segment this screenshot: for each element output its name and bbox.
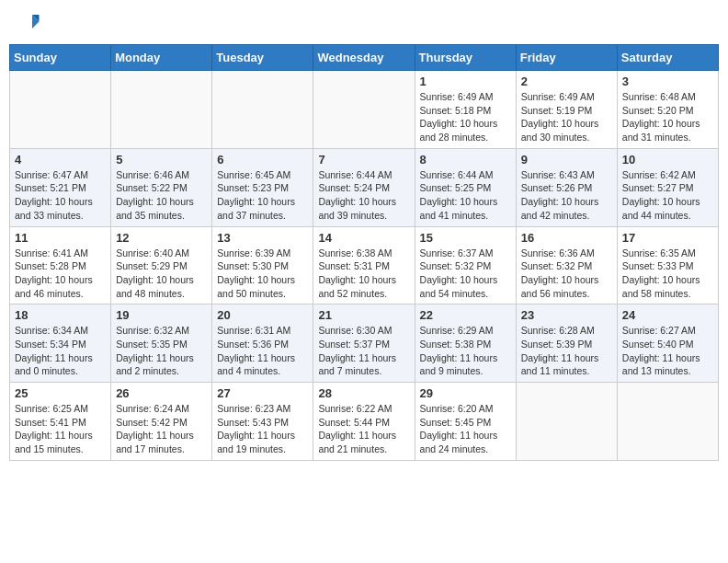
day-number: 1 xyxy=(420,75,511,88)
calendar-week-row: 4Sunrise: 6:47 AMSunset: 5:21 PMDaylight… xyxy=(10,148,719,226)
calendar-day-cell: 11Sunrise: 6:41 AMSunset: 5:28 PMDayligh… xyxy=(10,226,111,304)
calendar-day-cell: 26Sunrise: 6:24 AMSunset: 5:42 PMDayligh… xyxy=(111,383,212,461)
day-info: Sunrise: 6:42 AMSunset: 5:27 PMDaylight:… xyxy=(622,168,713,223)
day-number: 19 xyxy=(116,308,207,322)
day-number: 13 xyxy=(217,231,308,245)
calendar-day-cell: 1Sunrise: 6:49 AMSunset: 5:18 PMDaylight… xyxy=(415,71,516,149)
calendar-day-cell: 27Sunrise: 6:23 AMSunset: 5:43 PMDayligh… xyxy=(212,383,313,461)
day-number: 27 xyxy=(217,386,308,400)
weekday-header: Sunday xyxy=(10,45,111,71)
calendar-day-cell: 6Sunrise: 6:45 AMSunset: 5:23 PMDaylight… xyxy=(212,148,313,226)
day-info: Sunrise: 6:28 AMSunset: 5:39 PMDaylight:… xyxy=(521,324,612,378)
weekday-header: Thursday xyxy=(415,45,516,71)
day-info: Sunrise: 6:44 AMSunset: 5:25 PMDaylight:… xyxy=(420,168,511,223)
day-info: Sunrise: 6:40 AMSunset: 5:29 PMDaylight:… xyxy=(116,247,207,301)
logo-icon xyxy=(13,9,40,37)
calendar-day-cell: 28Sunrise: 6:22 AMSunset: 5:44 PMDayligh… xyxy=(313,383,415,461)
calendar-day-cell: 24Sunrise: 6:27 AMSunset: 5:40 PMDayligh… xyxy=(617,304,718,383)
calendar-day-cell xyxy=(111,71,212,149)
day-info: Sunrise: 6:47 AMSunset: 5:21 PMDaylight:… xyxy=(15,168,106,223)
day-number: 3 xyxy=(622,75,713,88)
calendar-day-cell: 9Sunrise: 6:43 AMSunset: 5:26 PMDaylight… xyxy=(516,148,617,226)
day-info: Sunrise: 6:20 AMSunset: 5:45 PMDaylight:… xyxy=(420,402,511,456)
day-info: Sunrise: 6:36 AMSunset: 5:32 PMDaylight:… xyxy=(521,247,612,301)
calendar-day-cell: 2Sunrise: 6:49 AMSunset: 5:19 PMDaylight… xyxy=(516,71,617,149)
weekday-header: Tuesday xyxy=(212,45,313,71)
calendar-day-cell: 17Sunrise: 6:35 AMSunset: 5:33 PMDayligh… xyxy=(617,226,718,304)
day-number: 24 xyxy=(622,308,713,322)
day-info: Sunrise: 6:23 AMSunset: 5:43 PMDaylight:… xyxy=(217,402,308,456)
day-number: 20 xyxy=(217,308,308,322)
calendar-day-cell: 8Sunrise: 6:44 AMSunset: 5:25 PMDaylight… xyxy=(415,148,516,226)
calendar-week-row: 11Sunrise: 6:41 AMSunset: 5:28 PMDayligh… xyxy=(10,226,719,304)
day-number: 18 xyxy=(15,308,106,322)
day-number: 12 xyxy=(116,231,207,245)
day-number: 9 xyxy=(521,153,612,167)
day-number: 2 xyxy=(521,75,612,88)
day-number: 21 xyxy=(318,308,409,322)
day-info: Sunrise: 6:44 AMSunset: 5:24 PMDaylight:… xyxy=(318,168,409,223)
calendar-day-cell: 19Sunrise: 6:32 AMSunset: 5:35 PMDayligh… xyxy=(111,304,212,383)
day-info: Sunrise: 6:48 AMSunset: 5:20 PMDaylight:… xyxy=(622,90,713,144)
day-info: Sunrise: 6:35 AMSunset: 5:33 PMDaylight:… xyxy=(622,247,713,301)
day-info: Sunrise: 6:46 AMSunset: 5:22 PMDaylight:… xyxy=(116,168,207,223)
calendar-day-cell: 15Sunrise: 6:37 AMSunset: 5:32 PMDayligh… xyxy=(415,226,516,304)
day-info: Sunrise: 6:37 AMSunset: 5:32 PMDaylight:… xyxy=(420,247,511,301)
day-info: Sunrise: 6:49 AMSunset: 5:18 PMDaylight:… xyxy=(420,90,511,144)
day-number: 5 xyxy=(116,153,207,167)
weekday-header: Wednesday xyxy=(313,45,415,71)
day-number: 25 xyxy=(15,386,106,400)
day-info: Sunrise: 6:38 AMSunset: 5:31 PMDaylight:… xyxy=(318,247,409,301)
day-number: 29 xyxy=(420,386,511,400)
calendar-day-cell xyxy=(10,71,111,149)
calendar-week-row: 18Sunrise: 6:34 AMSunset: 5:34 PMDayligh… xyxy=(10,304,719,383)
day-info: Sunrise: 6:24 AMSunset: 5:42 PMDaylight:… xyxy=(116,402,207,456)
weekday-header-row: SundayMondayTuesdayWednesdayThursdayFrid… xyxy=(10,45,719,71)
day-number: 6 xyxy=(217,153,308,167)
weekday-header: Saturday xyxy=(617,45,718,71)
day-number: 14 xyxy=(318,231,409,245)
calendar-day-cell xyxy=(617,383,718,461)
day-info: Sunrise: 6:41 AMSunset: 5:28 PMDaylight:… xyxy=(15,247,106,301)
day-info: Sunrise: 6:27 AMSunset: 5:40 PMDaylight:… xyxy=(622,324,713,378)
calendar-day-cell: 4Sunrise: 6:47 AMSunset: 5:21 PMDaylight… xyxy=(10,148,111,226)
calendar-day-cell: 25Sunrise: 6:25 AMSunset: 5:41 PMDayligh… xyxy=(10,383,111,461)
day-info: Sunrise: 6:43 AMSunset: 5:26 PMDaylight:… xyxy=(521,168,612,223)
calendar-day-cell: 29Sunrise: 6:20 AMSunset: 5:45 PMDayligh… xyxy=(415,383,516,461)
calendar-day-cell: 14Sunrise: 6:38 AMSunset: 5:31 PMDayligh… xyxy=(313,226,415,304)
calendar-day-cell: 13Sunrise: 6:39 AMSunset: 5:30 PMDayligh… xyxy=(212,226,313,304)
calendar-day-cell: 23Sunrise: 6:28 AMSunset: 5:39 PMDayligh… xyxy=(516,304,617,383)
calendar-day-cell: 16Sunrise: 6:36 AMSunset: 5:32 PMDayligh… xyxy=(516,226,617,304)
calendar-day-cell xyxy=(313,71,415,149)
day-number: 28 xyxy=(318,386,409,400)
calendar-day-cell: 5Sunrise: 6:46 AMSunset: 5:22 PMDaylight… xyxy=(111,148,212,226)
calendar-day-cell xyxy=(212,71,313,149)
calendar-day-cell: 10Sunrise: 6:42 AMSunset: 5:27 PMDayligh… xyxy=(617,148,718,226)
day-number: 22 xyxy=(420,308,511,322)
day-number: 23 xyxy=(521,308,612,322)
calendar-week-row: 1Sunrise: 6:49 AMSunset: 5:18 PMDaylight… xyxy=(10,71,719,149)
calendar-week-row: 25Sunrise: 6:25 AMSunset: 5:41 PMDayligh… xyxy=(10,383,719,461)
weekday-header: Monday xyxy=(111,45,212,71)
day-info: Sunrise: 6:25 AMSunset: 5:41 PMDaylight:… xyxy=(15,402,106,456)
calendar-day-cell: 7Sunrise: 6:44 AMSunset: 5:24 PMDaylight… xyxy=(313,148,415,226)
day-number: 17 xyxy=(622,231,713,245)
day-number: 11 xyxy=(15,231,106,245)
day-number: 15 xyxy=(420,231,511,245)
day-number: 4 xyxy=(15,153,106,167)
day-info: Sunrise: 6:32 AMSunset: 5:35 PMDaylight:… xyxy=(116,324,207,378)
day-number: 16 xyxy=(521,231,612,245)
calendar-day-cell: 22Sunrise: 6:29 AMSunset: 5:38 PMDayligh… xyxy=(415,304,516,383)
calendar-day-cell: 3Sunrise: 6:48 AMSunset: 5:20 PMDaylight… xyxy=(617,71,718,149)
calendar-day-cell: 21Sunrise: 6:30 AMSunset: 5:37 PMDayligh… xyxy=(313,304,415,383)
weekday-header: Friday xyxy=(516,45,617,71)
calendar-day-cell: 20Sunrise: 6:31 AMSunset: 5:36 PMDayligh… xyxy=(212,304,313,383)
day-number: 7 xyxy=(318,153,409,167)
day-number: 8 xyxy=(420,153,511,167)
day-info: Sunrise: 6:29 AMSunset: 5:38 PMDaylight:… xyxy=(420,324,511,378)
calendar-table: SundayMondayTuesdayWednesdayThursdayFrid… xyxy=(9,44,719,461)
logo xyxy=(13,9,42,37)
day-number: 26 xyxy=(116,386,207,400)
calendar-day-cell xyxy=(516,383,617,461)
day-info: Sunrise: 6:31 AMSunset: 5:36 PMDaylight:… xyxy=(217,324,308,378)
